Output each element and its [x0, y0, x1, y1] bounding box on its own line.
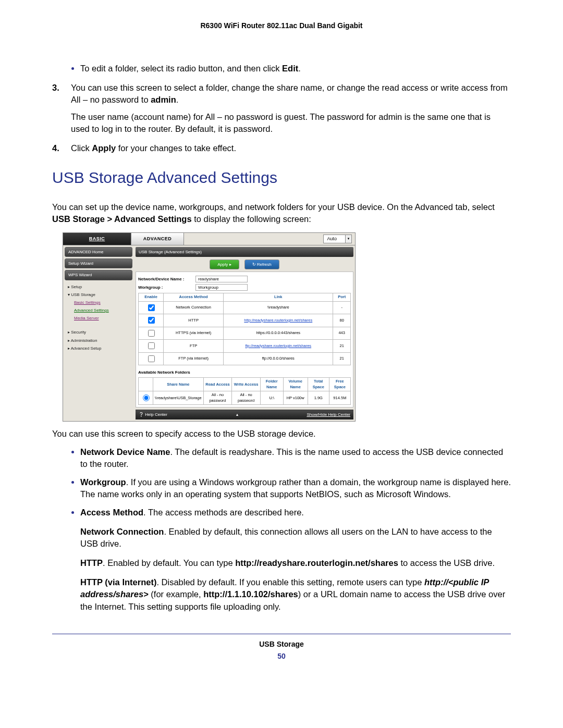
- sidebar-item-basic-settings[interactable]: Basic Settings: [74, 299, 131, 306]
- tab-basic[interactable]: BASIC: [63, 233, 131, 245]
- def-access-method: Access Method. The access methods are de…: [80, 507, 511, 519]
- tab-bar: BASIC ADVANCED Auto ▼: [63, 233, 355, 245]
- access-method-details: Network Connection. Enabled by default, …: [80, 526, 511, 613]
- sidebar-item-setup[interactable]: ▸ Setup: [68, 283, 131, 291]
- chevron-down-icon: ▼: [346, 235, 352, 243]
- step-number: 4.: [52, 142, 59, 154]
- section-heading: USB Storage Advanced Settings: [52, 167, 511, 189]
- step-list-item: To edit a folder, select its radio butto…: [52, 63, 511, 75]
- access-link[interactable]: http://readyshare.routerlogin.net/shares: [244, 318, 312, 323]
- screenshot-panel: BASIC ADVANCED Auto ▼ ADVANCED Home Setu…: [63, 232, 356, 421]
- definition-list: Network Device Name. The default is read…: [52, 446, 511, 519]
- step-number: 3.: [52, 82, 59, 94]
- access-method-table: Enable Access Method Link Port Network C…: [138, 293, 351, 365]
- footer-page-number: 50: [52, 651, 511, 662]
- sidebar: ADVANCED Home Setup Wizard WPS Wizard ▸ …: [63, 245, 134, 421]
- sidebar-item-administration[interactable]: ▸ Administration: [68, 337, 131, 344]
- step-4: 4. Click Apply for your changes to take …: [52, 142, 511, 154]
- step-3: 3. You can use this screen to select a f…: [52, 82, 511, 135]
- sidebar-item-security[interactable]: ▸ Security: [68, 328, 131, 336]
- col-free: Free Space: [329, 378, 350, 391]
- enable-checkbox[interactable]: [148, 342, 155, 349]
- enable-checkbox[interactable]: [148, 355, 155, 362]
- table-row: \\readyshare\USB_Storage All - no passwo…: [139, 391, 351, 405]
- col-total: Total Space: [308, 378, 329, 391]
- col-port: Port: [333, 293, 351, 302]
- step-list: To edit a folder, select its radio butto…: [52, 63, 511, 155]
- lang-select[interactable]: Auto ▼: [323, 235, 352, 243]
- device-name-input[interactable]: [195, 276, 248, 282]
- sidebar-item-media-server[interactable]: Media Server: [74, 314, 131, 322]
- apply-button[interactable]: Apply ▸: [210, 260, 239, 269]
- enable-checkbox[interactable]: [148, 317, 155, 324]
- sidebar-item-home[interactable]: ADVANCED Home: [65, 247, 132, 257]
- table-row: HTTPS (via internet)https://0.0.0.0:443/…: [139, 327, 351, 340]
- enable-checkbox[interactable]: [148, 330, 155, 337]
- sidebar-item-advanced-setup[interactable]: ▸ Advanced Setup: [68, 344, 131, 352]
- after-shot-text: You can use this screen to specify acces…: [52, 428, 511, 440]
- access-link[interactable]: ftp://readyshare.routerlogin.net/shares: [245, 343, 311, 348]
- def-workgroup: Workgroup. If you are using a Windows wo…: [80, 476, 511, 500]
- col-link: Link: [224, 293, 333, 302]
- col-write: Write Access: [232, 378, 261, 391]
- col-share: Share Name: [153, 378, 204, 391]
- col-method: Access Method: [164, 293, 224, 302]
- folders-table: Share Name Read Access Write Access Fold…: [138, 377, 351, 405]
- tab-advanced[interactable]: ADVANCED: [131, 233, 184, 245]
- help-center-button[interactable]: ❔ Help Center: [139, 412, 167, 417]
- workgroup-input[interactable]: [195, 284, 248, 291]
- table-row: Network Connection\\readyshare-: [139, 301, 351, 314]
- col-volume: Volume Name: [283, 378, 308, 391]
- toggle-help-link[interactable]: Show/Hide Help Center: [307, 412, 350, 417]
- device-name-label: Network/Device Name :: [138, 276, 195, 282]
- table-row: FTP (via internet)ftp://0.0.0.0/shares21: [139, 352, 351, 365]
- col-folder: Folder Name: [260, 378, 283, 391]
- col-read: Read Access: [203, 378, 232, 391]
- folders-caption: Available Network Folders: [138, 369, 351, 375]
- refresh-button[interactable]: ↻ Refresh: [244, 260, 279, 269]
- footer-rule: [52, 634, 511, 634]
- enable-checkbox[interactable]: [148, 304, 155, 311]
- sidebar-item-advanced-settings[interactable]: Advanced Settings: [74, 306, 131, 314]
- substep-edit: To edit a folder, select its radio butto…: [80, 63, 511, 75]
- help-bar: ❔ Help Center ▴ Show/Hide Help Center: [136, 410, 353, 419]
- panel-title: USB Storage (Advanced Settings): [136, 247, 353, 257]
- intro-paragraph: You can set up the device name, workgrou…: [52, 201, 511, 225]
- lang-value: Auto: [323, 235, 346, 243]
- table-row: FTPftp://readyshare.routerlogin.net/shar…: [139, 340, 351, 353]
- def-network-device-name: Network Device Name. The default is read…: [80, 446, 511, 470]
- step-3-note: The user name (account name) for All – n…: [71, 111, 511, 135]
- folder-radio[interactable]: [143, 394, 150, 401]
- sidebar-item-setup-wizard[interactable]: Setup Wizard: [65, 258, 132, 268]
- col-enable: Enable: [139, 293, 164, 302]
- table-row: HTTPhttp://readyshare.routerlogin.net/sh…: [139, 314, 351, 327]
- workgroup-label: Workgroup :: [138, 285, 195, 290]
- footer-section-label: USB Storage: [52, 639, 511, 650]
- running-head: R6300 WiFi Router 802.11ac Dual Band Gig…: [52, 21, 511, 31]
- sidebar-item-wps-wizard[interactable]: WPS Wizard: [65, 270, 132, 280]
- sidebar-item-usb-storage[interactable]: ▾ USB Storage: [68, 291, 131, 299]
